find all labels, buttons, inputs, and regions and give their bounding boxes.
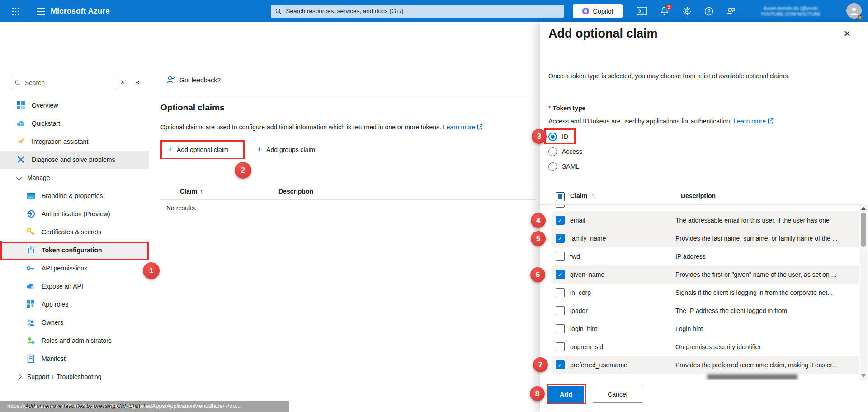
radio-icon[interactable]	[548, 147, 557, 156]
claim-checkbox[interactable]	[556, 342, 565, 351]
claim-name: onprem_sid	[565, 343, 675, 350]
claim-row-family-name[interactable]: family_name Provides the last name, surn…	[552, 229, 859, 247]
sidebar-item-branding-properties[interactable]: www Branding & properties	[0, 187, 149, 205]
sidebar-item-certificates-secrets[interactable]: Certificates & secrets	[0, 223, 149, 241]
main-content: Got feedback? Optional claims Optional c…	[149, 22, 540, 412]
copilot-label: Copilot	[593, 8, 613, 15]
sidebar-section-support-troubleshooting[interactable]: Support + Troubleshooting	[0, 368, 149, 386]
clear-search-icon[interactable]: ✕	[120, 79, 125, 85]
copilot-button[interactable]: Copilot	[573, 4, 623, 18]
collapse-sidebar-icon[interactable]: «	[136, 78, 140, 86]
sidebar-item-label: Expose an API	[42, 283, 83, 290]
panel-claims-table-header: Claim ↑↓ Description	[540, 190, 868, 204]
sidebar-item-quickstart[interactable]: Quickstart	[0, 114, 149, 133]
claim-checkbox[interactable]	[556, 360, 565, 369]
claim-row-given-name[interactable]: given_name Provides the first or "given"…	[552, 265, 859, 284]
add-optional-claim-button[interactable]: + Add optional claim	[160, 141, 242, 159]
learn-more-link[interactable]: Learn more	[733, 118, 766, 125]
hamburger-menu-icon[interactable]	[35, 0, 46, 22]
sort-icons: ↑↓	[200, 188, 204, 195]
clipped-claim-row	[540, 374, 862, 380]
claim-row-onprem-sid[interactable]: onprem_sid On-premises security identifi…	[552, 338, 859, 356]
radio-icon[interactable]	[548, 133, 557, 141]
notifications-bell-icon[interactable]: 3	[656, 0, 673, 22]
claim-name: preferred_username	[565, 361, 675, 369]
rocket-icon	[16, 137, 25, 146]
help-icon[interactable]: ?	[701, 0, 717, 22]
close-icon[interactable]: ✕	[844, 28, 851, 39]
scroll-up-icon[interactable]	[861, 207, 866, 210]
sidebar-search-input[interactable]	[24, 79, 112, 87]
global-search[interactable]	[271, 5, 564, 18]
claim-row-email[interactable]: email The addressable email for this use…	[552, 211, 859, 229]
sidebar-item-owners[interactable]: Owners	[0, 313, 149, 331]
sidebar-search[interactable]	[11, 76, 116, 90]
select-all-checkbox[interactable]	[556, 192, 565, 201]
scroll-down-icon[interactable]	[861, 374, 866, 378]
claim-column-label: Claim	[570, 192, 587, 199]
sort-icons[interactable]: ↑↓	[591, 192, 596, 199]
account-info[interactable]: dusan.bornds.da (@youtu YOUTUBE.COM NOUT…	[750, 0, 831, 22]
sidebar-item-label: API permissions	[42, 265, 87, 272]
sidebar-item-diagnose-and-solve-problems[interactable]: Diagnose and solve problems	[0, 151, 149, 169]
sidebar-item-expose-an-api[interactable]: Expose an API	[0, 277, 149, 295]
sidebar-item-api-permissions[interactable]: API permissions	[0, 259, 149, 277]
waffle-menu-icon[interactable]	[9, 0, 22, 22]
claim-row-fwd[interactable]: fwd IP address	[552, 247, 859, 265]
sidebar-item-token-configuration[interactable]: Token configuration	[0, 241, 149, 259]
redacted-text	[707, 374, 797, 379]
panel-intro-text: Once a token type is selected, you may c…	[548, 72, 789, 80]
got-feedback-button[interactable]: Got feedback?	[166, 76, 221, 84]
chevron-down-icon	[16, 174, 22, 180]
claim-checkbox[interactable]	[556, 306, 565, 315]
feedback-person-icon[interactable]	[722, 0, 739, 22]
sidebar-item-label: Token configuration	[42, 246, 102, 254]
claim-row-in-corp[interactable]: in_corp Signals if the client is logging…	[552, 284, 859, 302]
sidebar-item-roles-and-administrators[interactable]: Roles and administrators	[0, 331, 149, 350]
annotation-badge-5: 5	[531, 231, 546, 246]
token-type-label: *Token type	[548, 104, 585, 112]
sidebar-item-label: Integration assistant	[32, 138, 88, 145]
claims-scrollbar[interactable]	[860, 204, 867, 380]
plus-icon: +	[168, 144, 173, 154]
avatar[interactable]	[846, 3, 862, 19]
add-button[interactable]: Add	[548, 386, 584, 403]
settings-gear-icon[interactable]	[679, 0, 695, 22]
divider	[160, 95, 536, 95]
claim-checkbox[interactable]	[556, 288, 565, 297]
radio-token-type-saml[interactable]: SAML	[548, 159, 579, 174]
sidebar-section-manage[interactable]: Manage	[0, 169, 149, 187]
sidebar-item-manifest[interactable]: Manifest	[0, 350, 149, 368]
cancel-button[interactable]: Cancel	[593, 386, 642, 403]
claim-name: given_name	[565, 271, 675, 278]
sidebar-item-overview[interactable]: Overview	[0, 96, 149, 114]
expose-api-icon	[26, 282, 35, 291]
sidebar-item-authentication[interactable]: Authentication (Preview)	[0, 205, 149, 223]
claim-row-preferred-username[interactable]: preferred_username Provides the preferre…	[552, 356, 859, 374]
app-title[interactable]: Microsoft Azure	[51, 0, 110, 22]
learn-more-link[interactable]: Learn more	[443, 123, 476, 131]
add-optional-claim-label: Add optional claim	[177, 146, 228, 153]
claim-checkbox[interactable]	[556, 216, 565, 225]
claim-checkbox[interactable]	[556, 234, 565, 243]
sidebar-item-integration-assistant[interactable]: Integration assistant	[0, 133, 149, 151]
claim-row-ipaddr[interactable]: ipaddr The IP address the client logged …	[552, 302, 859, 320]
claim-checkbox[interactable]	[556, 270, 565, 279]
claim-checkbox[interactable]	[556, 252, 565, 261]
radio-label: Access	[562, 148, 582, 155]
claims-table-claim-header[interactable]: Claim ↑↓	[180, 188, 204, 195]
radio-token-type-access[interactable]: Access	[548, 144, 582, 159]
section-title: Optional claims	[160, 103, 224, 113]
radio-token-type-id[interactable]: ID	[548, 129, 568, 144]
claim-checkbox[interactable]	[556, 324, 565, 333]
authentication-icon	[26, 209, 35, 218]
api-permissions-icon	[26, 264, 35, 273]
radio-icon[interactable]	[548, 162, 557, 171]
cloud-shell-icon[interactable]	[634, 0, 650, 22]
claim-row-login-hint[interactable]: login_hint Login hint	[552, 320, 859, 338]
troubleshoot-icon	[16, 155, 25, 164]
sidebar-item-app-roles[interactable]: App roles	[0, 295, 149, 313]
global-search-input[interactable]	[285, 7, 559, 15]
scrollbar-thumb[interactable]	[861, 213, 866, 247]
add-groups-claim-button[interactable]: + Add groups claim	[250, 141, 322, 159]
